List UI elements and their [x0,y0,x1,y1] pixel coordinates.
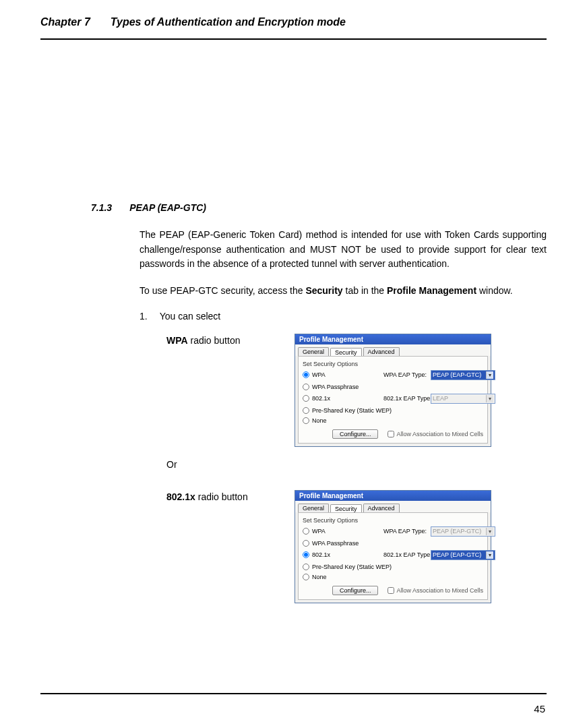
radio-none[interactable]: None [303,574,383,580]
chevron-down-icon: ▾ [486,528,493,535]
header-divider [40,38,547,40]
allow-mixed-checkbox[interactable]: Allow Association to Mixed Cells [388,587,483,594]
wpa-eap-label: WPA EAP Type: [383,371,431,378]
allow-mixed-checkbox[interactable]: Allow Association to Mixed Cells [388,431,483,437]
8021x-eap-label: 802.1x EAP Type: [383,551,431,558]
chapter-label: Chapter 7 [40,16,90,28]
wpa-eap-label: WPA EAP Type: [383,528,431,535]
paragraph-2: To use PEAP-GTC security, access the Sec… [140,284,547,299]
paragraph-1: The PEAP (EAP-Generic Token Card) method… [140,228,547,272]
dialog-title: Profile Management [295,491,491,501]
radio-8021x[interactable]: 802.1x [303,395,383,402]
tab-general[interactable]: General [298,504,329,512]
chevron-down-icon: ▾ [486,395,493,402]
tab-advanced[interactable]: Advanced [363,347,400,356]
option-8021x-label: 802.1x radio button [166,490,281,502]
chevron-down-icon: ▾ [486,551,493,559]
8021x-eap-combo: LEAP▾ [431,394,495,404]
profile-dialog-wpa: Profile Management General Security Adva… [295,334,491,447]
list-text: You can select [160,311,221,322]
section-number: 7.1.3 [91,202,112,213]
list-number: 1. [140,311,148,322]
tab-advanced[interactable]: Advanced [363,504,400,512]
radio-psk[interactable]: Pre-Shared Key (Static WEP) [303,564,383,570]
8021x-eap-combo[interactable]: PEAP (EAP-GTC)▾ [431,550,495,560]
fieldset-label: Set Security Options [303,517,483,524]
radio-wpa[interactable]: WPA [303,371,383,378]
radio-wpa[interactable]: WPA [303,528,383,535]
configure-button[interactable]: Configure... [332,429,379,439]
wpa-eap-combo[interactable]: PEAP (EAP-GTC)▾ [431,370,495,380]
configure-button[interactable]: Configure... [332,586,379,595]
section-title: PEAP (EAP-GTC) [129,202,206,213]
wpa-eap-combo: PEAP (EAP-GTC)▾ [431,526,495,537]
fieldset-label: Set Security Options [303,361,483,367]
footer-divider [40,693,547,694]
dialog-title: Profile Management [295,334,491,344]
radio-wpa-passphrase[interactable]: WPA Passphrase [303,384,383,390]
8021x-eap-label: 802.1x EAP Type: [383,395,431,402]
radio-psk[interactable]: Pre-Shared Key (Static WEP) [303,407,383,414]
page-number: 45 [534,703,545,715]
radio-wpa-passphrase[interactable]: WPA Passphrase [303,540,383,547]
option-wpa-label: WPA radio button [166,334,281,346]
profile-dialog-8021x: Profile Management General Security Adva… [295,490,491,603]
or-separator: Or [166,459,547,470]
radio-none[interactable]: None [303,417,383,424]
chevron-down-icon: ▾ [486,371,493,379]
radio-8021x[interactable]: 802.1x [303,551,383,558]
tab-general[interactable]: General [298,347,329,356]
chapter-title: Types of Authentication and Encryption m… [111,16,346,28]
